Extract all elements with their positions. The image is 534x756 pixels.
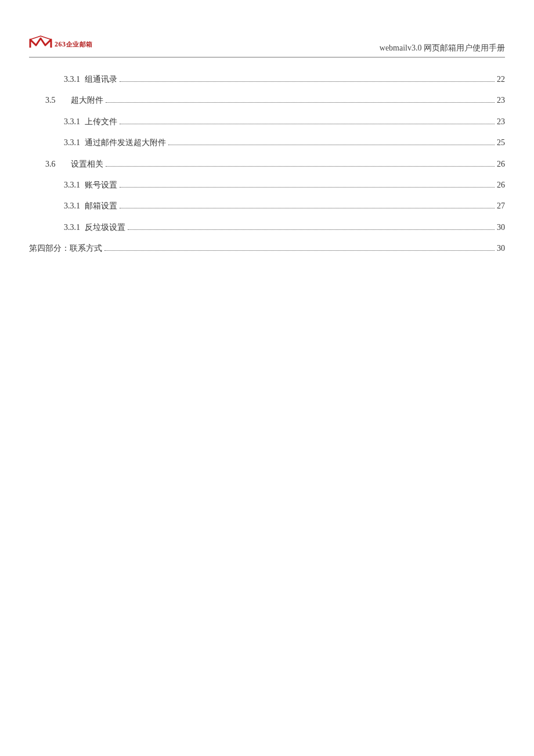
page-header: 263企业邮箱 webmailv3.0 网页邮箱用户使用手册 (29, 35, 505, 57)
toc-entry[interactable]: 3.6设置相关26 (29, 154, 505, 175)
toc-number: 3.3.1 (64, 69, 80, 90)
logo-brand-text: 263企业邮箱 (55, 39, 93, 49)
toc-leader-dots (120, 187, 495, 188)
envelope-m-icon (29, 35, 52, 53)
toc-page-number: 30 (497, 238, 505, 259)
table-of-contents: 3.3.1组通讯录223.5超大附件233.3.1上传文件233.3.1通过邮件… (29, 69, 505, 260)
toc-title: 通过邮件发送超大附件 (85, 132, 166, 153)
logo-suffix: 企业邮箱 (66, 41, 93, 48)
toc-page-number: 30 (497, 217, 505, 238)
toc-page-number: 26 (497, 175, 505, 196)
toc-leader-dots (168, 145, 495, 145)
toc-title: 组通讯录 (85, 69, 117, 90)
toc-leader-dots (106, 102, 495, 103)
toc-entry[interactable]: 3.3.1反垃圾设置30 (29, 217, 505, 238)
toc-leader-dots (104, 250, 495, 251)
toc-page-number: 22 (497, 69, 505, 90)
toc-entry[interactable]: 第四部分：联系方式30 (29, 238, 505, 259)
toc-leader-dots (120, 208, 495, 208)
toc-entry[interactable]: 3.3.1邮箱设置27 (29, 196, 505, 217)
toc-entry[interactable]: 3.3.1组通讯录22 (29, 69, 505, 90)
toc-number: 3.3.1 (64, 132, 80, 153)
toc-page-number: 26 (497, 154, 505, 175)
logo-brand: 263 (55, 40, 66, 48)
toc-number: 3.3.1 (64, 217, 80, 238)
toc-page-number: 23 (497, 90, 505, 111)
toc-number: 3.3.1 (64, 175, 80, 196)
toc-number: 3.5 (45, 90, 66, 111)
toc-leader-dots (120, 124, 495, 124)
toc-page-number: 27 (497, 196, 505, 217)
toc-title: 账号设置 (85, 175, 117, 196)
toc-number: 3.3.1 (64, 111, 80, 132)
toc-number: 3.3.1 (64, 196, 80, 217)
toc-entry[interactable]: 3.3.1上传文件23 (29, 111, 505, 132)
logo: 263企业邮箱 (29, 35, 93, 53)
toc-title: 设置相关 (71, 154, 103, 175)
toc-leader-dots (106, 166, 495, 167)
toc-entry[interactable]: 3.5超大附件23 (29, 90, 505, 111)
toc-title: 邮箱设置 (85, 196, 117, 217)
document-title: webmailv3.0 网页邮箱用户使用手册 (380, 43, 505, 53)
toc-title: 上传文件 (85, 111, 117, 132)
toc-page-number: 25 (497, 132, 505, 153)
toc-leader-dots (128, 229, 495, 230)
toc-page-number: 23 (497, 111, 505, 132)
toc-number: 3.6 (45, 154, 66, 175)
toc-title: 第四部分：联系方式 (29, 238, 102, 259)
toc-entry[interactable]: 3.3.1通过邮件发送超大附件25 (29, 132, 505, 153)
toc-title: 反垃圾设置 (85, 217, 125, 238)
toc-leader-dots (120, 81, 495, 82)
toc-title: 超大附件 (71, 90, 103, 111)
toc-entry[interactable]: 3.3.1账号设置26 (29, 175, 505, 196)
